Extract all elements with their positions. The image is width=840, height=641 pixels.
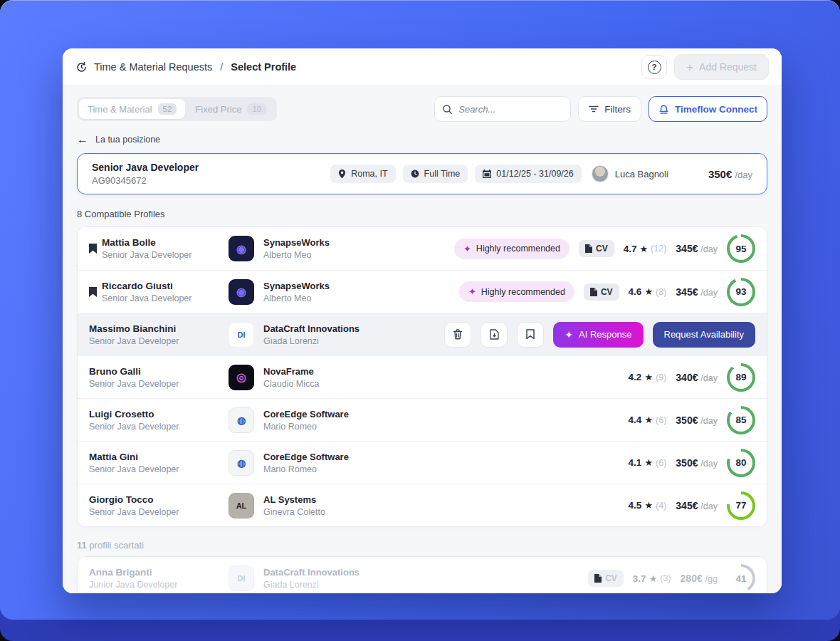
profile-name: Anna Briganti [89, 567, 177, 578]
timeflow-connect-button[interactable]: Timeflow Connect [649, 96, 767, 122]
back-arrow-icon: ← [77, 133, 88, 146]
bell-icon [658, 104, 669, 115]
star-icon: ★ [644, 415, 653, 425]
company-logo-glyph: AL [236, 501, 247, 510]
company-text: DataCraft InnovationsGiada Lorenzi [263, 323, 359, 346]
profile-row-right: 4.2★(9)340€ /day89 [629, 363, 755, 392]
daily-rate: 350€ /day [676, 457, 718, 469]
filters-button[interactable]: Filters [578, 96, 641, 122]
review-count: (4) [656, 501, 666, 511]
back-link[interactable]: ← La tua posizione [77, 133, 767, 146]
position-card: Senior Java Developer AG90345672 Roma, I… [77, 153, 767, 194]
star-icon: ★ [644, 372, 653, 382]
profile-row[interactable]: Bruno GalliSenior Java Developer◎NovaFra… [78, 355, 767, 398]
profile-name: Giorgio Tocco [89, 494, 179, 505]
company-logo: DI [229, 566, 254, 591]
price-unit: /day [700, 288, 718, 298]
company-logo-glyph: ◎ [236, 370, 246, 384]
company-logo: ◍ [229, 450, 254, 476]
company-logo: ◍ [229, 407, 254, 433]
match-score-value: 41 [730, 567, 752, 590]
breadcrumb-section[interactable]: Time & Material Requests [94, 61, 212, 73]
profile-row[interactable]: Massimo BianchiniSenior Java DeveloperDI… [78, 313, 767, 355]
tab-fixed-price[interactable]: Fixed Price 10 [187, 99, 275, 119]
match-score-ring: 95 [727, 234, 755, 263]
dates-label: 01/12/25 - 31/09/26 [496, 169, 573, 179]
profile-row[interactable]: Giorgio ToccoSenior Java DeveloperALAL S… [78, 484, 767, 526]
profile-company: DIDataCraft InnovationsGiada Lorenzi [229, 566, 442, 591]
match-score-value: 77 [730, 494, 752, 517]
profile-person: Luigi CrosettoSenior Java Developer [89, 409, 229, 432]
profile-person: Bruno GalliSenior Java Developer [89, 366, 229, 389]
rating-value: 4.7 [624, 244, 637, 254]
employment-label: Full Time [424, 169, 461, 179]
profile-row[interactable]: Mattia BolleSenior Java Developer◉Synaps… [78, 227, 767, 270]
profile-row[interactable]: Mattia GiniSenior Java Developer◍CoreEdg… [78, 441, 767, 484]
position-code: AG90345672 [92, 175, 199, 186]
company-contact: Ginevra Coletto [263, 507, 325, 517]
profile-row[interactable]: Luigi CrosettoSenior Java Developer◍Core… [78, 398, 767, 441]
profile-row[interactable]: Riccardo GiustiSenior Java Developer◉Syn… [78, 270, 767, 313]
profile-person: Mattia GiniSenior Java Developer [89, 452, 229, 474]
search-input[interactable] [458, 104, 563, 115]
add-request-button[interactable]: + Add Request [674, 54, 769, 80]
price-value: 350€ [676, 415, 698, 426]
search-icon [442, 104, 453, 115]
location-label: Roma, IT [351, 169, 387, 179]
profile-name: Massimo Bianchini [89, 323, 179, 334]
profile-name-block: Massimo BianchiniSenior Java Developer [89, 323, 179, 346]
company-name: DataCraft Innovations [263, 567, 359, 578]
document-icon [585, 244, 592, 253]
cv-badge[interactable]: CV [584, 283, 619, 301]
download-cv-button[interactable] [481, 322, 508, 348]
search-box [434, 96, 571, 122]
profile-company: DIDataCraft InnovationsGiada Lorenzi [229, 322, 442, 348]
request-availability-button[interactable]: Request Availability [653, 322, 756, 348]
ai-response-button[interactable]: ✦AI Response [553, 322, 643, 348]
company-text: SynapseWorksAlberto Meo [263, 237, 330, 260]
profile-person: Mattia BolleSenior Java Developer [89, 237, 229, 260]
delete-profile-button[interactable] [444, 322, 471, 348]
profile-name: Mattia Bolle [102, 237, 191, 248]
profile-company: ◍CoreEdge SoftwareMario Romeo [229, 407, 442, 433]
profile-role: Senior Java Developer [102, 250, 191, 260]
tab-time-and-material[interactable]: Time & Material 52 [79, 99, 185, 119]
match-score-value: 80 [730, 452, 752, 474]
recommended-label: Highly recommended [476, 244, 560, 254]
cv-badge[interactable]: CV [588, 570, 624, 587]
company-text: CoreEdge SoftwareMario Romeo [263, 409, 349, 432]
company-logo: ◎ [229, 365, 254, 390]
price-value: 345€ [676, 286, 698, 298]
company-logo-glyph: ◉ [236, 285, 246, 298]
sparkle-icon: ✦ [565, 329, 573, 340]
daily-rate: 340€ /day [676, 372, 718, 383]
app-header: Time & Material Requests / Select Profil… [63, 48, 782, 86]
profile-name-block: Mattia GiniSenior Java Developer [89, 452, 179, 474]
match-score-value: 93 [730, 281, 752, 303]
profile-row-right: 4.1★(6)350€ /day80 [629, 449, 755, 477]
bookmark-profile-button[interactable] [517, 322, 544, 348]
position-title: Senior Java Developer [92, 162, 199, 173]
star-icon: ★ [644, 500, 653, 511]
breadcrumb-current: Select Profile [231, 61, 296, 73]
cv-badge[interactable]: CV [579, 240, 614, 257]
location-badge: Roma, IT [330, 165, 395, 183]
profile-row[interactable]: Anna BrigantiJunior Java DeveloperDIData… [78, 557, 767, 593]
discarded-label: profili scartati [89, 540, 144, 551]
position-rate: 350€ /day [708, 168, 752, 180]
tab-label: Time & Material [88, 104, 152, 115]
help-button[interactable]: ? [641, 55, 667, 79]
company-logo-glyph: ◍ [237, 457, 246, 469]
discarded-profiles-list: Anna BrigantiJunior Java DeveloperDIData… [77, 556, 767, 593]
rating: 4.6★(8) [629, 286, 667, 297]
price-unit: /day [700, 373, 718, 383]
match-score-value: 85 [730, 409, 752, 432]
compatible-profiles-list: Mattia BolleSenior Java Developer◉Synaps… [77, 226, 767, 527]
company-contact: Giada Lorenzi [263, 580, 359, 590]
profile-name-block: Anna BrigantiJunior Java Developer [89, 567, 177, 590]
cv-label: CV [596, 244, 608, 254]
review-count: (6) [656, 458, 666, 468]
company-logo-glyph: ◉ [236, 242, 246, 256]
company-name: SynapseWorks [263, 281, 330, 291]
profile-row-right: ✦Highly recommendedCV4.6★(8)345€ /day93 [459, 278, 755, 306]
